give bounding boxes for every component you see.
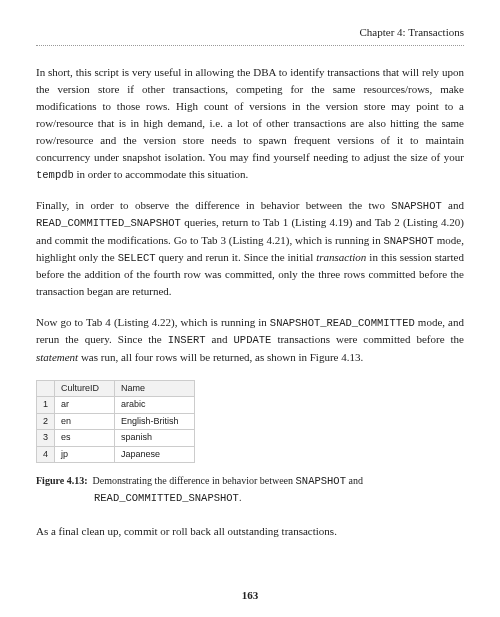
cell-name: spanish (115, 430, 195, 447)
code-inline: READ_COMMITTED_SNAPSHOT (94, 492, 239, 504)
code-inline: UPDATE (234, 334, 272, 346)
body-text: As a final clean up, commit or roll back… (36, 525, 337, 537)
italic-text: transaction (316, 251, 366, 263)
col-header-blank (37, 380, 55, 397)
paragraph-4: As a final clean up, commit or roll back… (36, 523, 464, 540)
cell-name: English-British (115, 413, 195, 430)
body-text: was run, all four rows will be returned,… (78, 351, 363, 363)
body-text: and (442, 199, 464, 211)
body-text: and (206, 333, 234, 345)
table-row: 2 en English-British (37, 413, 195, 430)
row-number: 1 (37, 397, 55, 414)
table-header-row: CultureID Name (37, 380, 195, 397)
cell-cultureid: es (55, 430, 115, 447)
caption-text: and (346, 475, 363, 486)
chapter-title: Chapter 4: Transactions (360, 26, 465, 38)
code-inline: SELECT (118, 252, 156, 264)
code-inline: SNAPSHOT (391, 200, 441, 212)
chapter-header: Chapter 4: Transactions (36, 24, 464, 46)
table-row: 4 jp Japanese (37, 446, 195, 463)
col-header-name: Name (115, 380, 195, 397)
caption-text: . (239, 492, 242, 503)
page-number: 163 (0, 587, 500, 604)
row-number: 4 (37, 446, 55, 463)
paragraph-3: Now go to Tab 4 (Listing 4.22), which is… (36, 314, 464, 366)
code-inline: INSERT (168, 334, 206, 346)
row-number: 3 (37, 430, 55, 447)
code-inline: SNAPSHOT_READ_COMMITTED (270, 317, 415, 329)
cell-cultureid: jp (55, 446, 115, 463)
col-header-cultureid: CultureID (55, 380, 115, 397)
cell-cultureid: en (55, 413, 115, 430)
result-table: CultureID Name 1 ar arabic 2 en English-… (36, 380, 464, 464)
code-inline: tempdb (36, 169, 74, 181)
cell-name: arabic (115, 397, 195, 414)
data-table: CultureID Name 1 ar arabic 2 en English-… (36, 380, 195, 464)
body-text: in order to accommodate this situation. (74, 168, 248, 180)
code-inline: SNAPSHOT (296, 475, 346, 487)
table-row: 1 ar arabic (37, 397, 195, 414)
cell-name: Japanese (115, 446, 195, 463)
row-number: 2 (37, 413, 55, 430)
paragraph-2: Finally, in order to observe the differe… (36, 197, 464, 300)
figure-caption: Figure 4.13: Demonstrating the differenc… (36, 473, 464, 507)
code-inline: READ_COMMITTED_SNAPSHOT (36, 217, 181, 229)
cell-cultureid: ar (55, 397, 115, 414)
caption-text: Demonstrating the difference in behavior… (92, 475, 295, 486)
body-text: Now go to Tab 4 (Listing 4.22), which is… (36, 316, 270, 328)
italic-text: statement (36, 351, 78, 363)
table-row: 3 es spanish (37, 430, 195, 447)
paragraph-1: In short, this script is very useful in … (36, 64, 464, 184)
code-inline: SNAPSHOT (384, 235, 434, 247)
body-text: In short, this script is very useful in … (36, 66, 464, 163)
body-text: Finally, in order to observe the differe… (36, 199, 391, 211)
body-text: query and rerun it. Since the initial (156, 251, 317, 263)
body-text: transactions were committed before the (271, 333, 464, 345)
figure-label: Figure 4.13: (36, 475, 87, 486)
